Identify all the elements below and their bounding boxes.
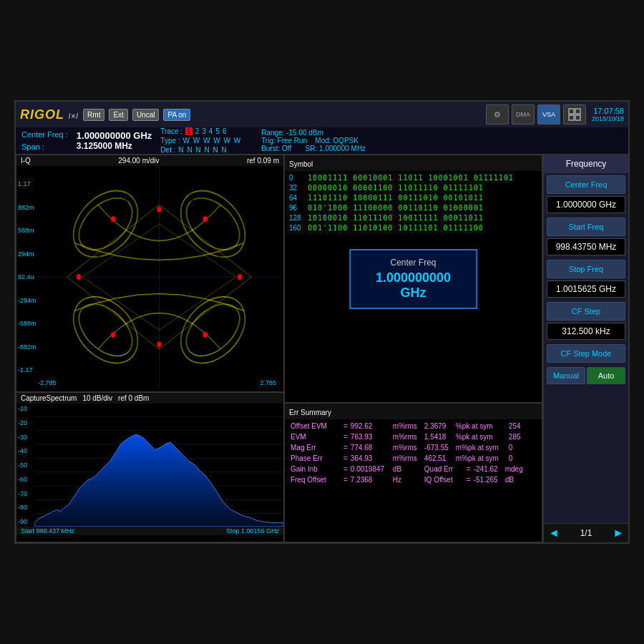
dma-icon[interactable]: DMA: [512, 104, 535, 125]
cf-step-mode-row: Manual Auto: [547, 367, 625, 384]
iq-timediv: 294.00 m/div: [118, 157, 159, 165]
svg-point-19: [238, 274, 242, 280]
vsa-icon[interactable]: VSA: [537, 104, 560, 125]
symbol-row-64: 64 11101110 10000111 00111010 00101011: [289, 194, 537, 202]
ext-button[interactable]: Ext: [109, 109, 127, 121]
top-icons: ⚙ DMA VSA 17:07:58 2018/10/18: [486, 104, 624, 125]
svg-point-20: [157, 207, 161, 213]
trace-2: 2: [195, 127, 200, 135]
span-value: 3.125000 MHz: [77, 141, 152, 151]
svg-point-7: [72, 187, 139, 261]
spectrum-svg: [34, 404, 283, 527]
spec-stop: Stop 1.00156 GHz: [226, 527, 279, 535]
symbol-content: 0 10001111 00010001 11011 10001001 01111…: [285, 171, 542, 237]
svg-point-15: [203, 216, 208, 222]
center-freq-sidebar-value: 1.0000000 GHz: [547, 196, 625, 213]
nav-next[interactable]: ►: [613, 527, 624, 540]
x-labels: -2.785 2.785: [38, 379, 276, 386]
iq-canvas: 1.17 882m 588m 294m 92.4u -294m -588m -8…: [16, 166, 283, 388]
left-panels: I-Q 294.00 m/div ref 0.09 m 1.17 882m 58…: [16, 155, 284, 542]
sidebar-title: Frequency: [544, 155, 628, 173]
popup-value: 1.000000000 GHz: [365, 270, 462, 301]
spec-y-labels: -10 -20 -30 -40 -50 -60 -70 -80 -90: [18, 404, 27, 527]
burst-info: Burst: Off SR: 1.000000 MHz: [261, 145, 366, 152]
err-row-offset-evm: Offset EVM = 992.62 m%rms 2.3679 %pk at …: [291, 422, 536, 430]
trace-info: Trace : 1 2 3 4 5 6 Type : W W W W W W D…: [160, 127, 241, 154]
symbol-title: Symbol: [289, 160, 313, 168]
cf-step-mode-button[interactable]: CF Step Mode: [547, 344, 625, 363]
iq-title: I-Q: [21, 157, 31, 165]
spec-canvas: -10 -20 -30 -40 -50 -60 -70 -80 -90: [16, 404, 283, 527]
svg-rect-3: [575, 115, 580, 120]
spec-start: Start 998.437 MHz: [21, 527, 74, 535]
freq-item: Center Freq : Span :: [21, 129, 68, 152]
trig-info: Trig: Free Run Mod: OQPSK: [261, 137, 366, 145]
svg-rect-2: [569, 115, 574, 120]
svg-point-18: [77, 274, 81, 280]
center-freq-popup: Center Freq 1.000000000 GHz: [349, 249, 478, 309]
err-row-gain: Gain Inb = 0.0019847 dB Quad Err = -241.…: [291, 465, 536, 473]
type-row: Type : W W W W W W: [160, 137, 241, 145]
cf-step-button[interactable]: CF Step: [547, 302, 625, 321]
err-row-mag: Mag Err = 774.68 m%rms -673.55 m%pk at s…: [291, 444, 536, 452]
center-freq-label: Center Freq :: [21, 129, 68, 141]
range-trig-info: Range: -15.00 dBm Trig: Free Run Mod: OQ…: [255, 129, 366, 152]
spec-scale: 10 dB/div: [82, 394, 112, 402]
trace-label: Trace :: [160, 127, 182, 135]
top-bar: RIGOL /×/ Rmt Ext Uncal PA on ⚙ DMA VSA …: [16, 102, 628, 127]
err-content: Offset EVM = 992.62 m%rms 2.3679 %pk at …: [285, 419, 542, 489]
right-sidebar: Frequency Center Freq 1.0000000 GHz Star…: [542, 155, 628, 542]
symbol-panel: Symbol Center Freq 1.000000000 GHz 0 100…: [284, 155, 542, 403]
right-panels: Symbol Center Freq 1.000000000 GHz 0 100…: [284, 155, 542, 542]
datetime: 17:07:58 2018/10/18: [592, 107, 624, 122]
main-area: I-Q 294.00 m/div ref 0.09 m 1.17 882m 58…: [16, 155, 542, 542]
det-row: Det : N N N N N N: [160, 146, 241, 154]
iq-panel: I-Q 294.00 m/div ref 0.09 m 1.17 882m 58…: [16, 155, 284, 392]
svg-point-13: [179, 293, 246, 367]
rmt-button[interactable]: Rmt: [83, 109, 104, 121]
paon-button[interactable]: PA on: [163, 109, 190, 121]
err-title: Err Summary: [289, 409, 331, 416]
center-freq-value: 1.000000000 GHz: [77, 130, 152, 141]
svg-point-9: [179, 187, 246, 261]
grid-icon[interactable]: [563, 104, 586, 125]
err-row-phase: Phase Err = 364.93 m%rms 462.51 m%pk at …: [291, 454, 536, 462]
freq-bar: Center Freq : Span : 1.000000000 GHz 3.1…: [16, 127, 628, 155]
rigol-logo: RIGOL /×/: [20, 107, 79, 122]
symbol-header: Symbol: [285, 155, 542, 171]
trace-3: 3: [202, 127, 206, 135]
sidebar-nav: ◄ 1/1 ►: [544, 523, 628, 542]
iq-header: I-Q 294.00 m/div ref 0.09 m: [16, 155, 283, 166]
err-row-evm: EVM = 763.93 m%rms 1.5418 %pk at sym 285: [291, 433, 536, 441]
symbol-row-128: 128 10100010 11011100 10011111 00011011: [289, 214, 537, 222]
center-freq-button[interactable]: Center Freq: [547, 175, 625, 194]
svg-point-17: [203, 332, 208, 338]
nav-page: 1/1: [580, 528, 592, 538]
trace-5: 5: [215, 127, 220, 135]
spec-title: CaptureSpectrum: [21, 394, 77, 402]
stop-freq-button[interactable]: Stop Freq: [547, 260, 625, 278]
popup-title: Center Freq: [365, 258, 462, 268]
svg-point-21: [157, 341, 161, 347]
svg-point-14: [111, 216, 115, 222]
svg-rect-0: [569, 109, 574, 114]
spec-footer: Start 998.437 MHz Stop 1.00156 GHz: [16, 527, 283, 535]
symbol-row-160: 160 001'1100 11010100 10111101 01111100: [289, 224, 537, 232]
trace-1: 1: [185, 127, 192, 135]
y-labels: 1.17 882m 588m 294m 92.4u -294m -588m -8…: [18, 180, 36, 374]
nav-prev[interactable]: ◄: [548, 527, 560, 540]
start-freq-button[interactable]: Start Freq: [547, 218, 625, 236]
uncal-button[interactable]: Uncal: [132, 109, 160, 121]
span-label: Span :: [21, 141, 68, 153]
stop-freq-sidebar-value: 1.0015625 GHz: [547, 280, 625, 298]
err-header: Err Summary: [285, 404, 542, 419]
settings-icon[interactable]: ⚙: [486, 104, 509, 125]
auto-button[interactable]: Auto: [587, 367, 625, 384]
spec-ref: ref 0 dBm: [118, 394, 149, 402]
cf-step-sidebar-value: 312.500 kHz: [547, 323, 625, 340]
trace-row: Trace : 1 2 3 4 5 6: [160, 127, 241, 135]
symbol-row-32: 32 00000010 00001100 11011110 01111101: [289, 184, 537, 192]
spectrum-panel: CaptureSpectrum 10 dB/div ref 0 dBm -10 …: [16, 392, 284, 542]
manual-button[interactable]: Manual: [547, 367, 585, 384]
constellation-svg: [36, 166, 282, 388]
